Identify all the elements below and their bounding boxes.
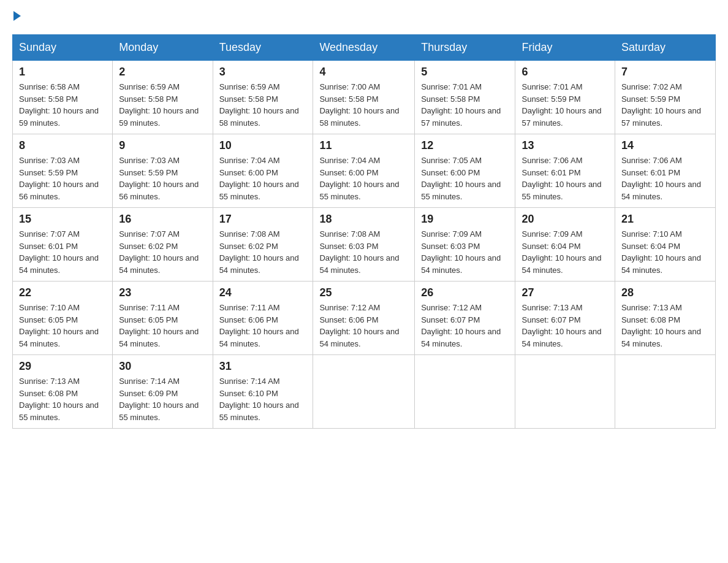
weekday-header-wednesday: Wednesday xyxy=(313,35,415,61)
day-number: 23 xyxy=(119,286,206,299)
day-info: Sunrise: 7:01 AMSunset: 5:59 PMDaylight:… xyxy=(521,81,608,129)
day-number: 11 xyxy=(319,139,408,152)
calendar-cell: 11Sunrise: 7:04 AMSunset: 6:00 PMDayligh… xyxy=(313,134,415,208)
day-number: 2 xyxy=(119,66,206,79)
weekday-header-thursday: Thursday xyxy=(415,35,515,61)
day-number: 16 xyxy=(119,213,206,226)
day-info: Sunrise: 7:01 AMSunset: 5:58 PMDaylight:… xyxy=(421,81,509,129)
calendar-cell: 26Sunrise: 7:12 AMSunset: 6:07 PMDayligh… xyxy=(415,282,515,355)
day-info: Sunrise: 6:59 AMSunset: 5:58 PMDaylight:… xyxy=(219,81,307,129)
calendar-cell: 18Sunrise: 7:08 AMSunset: 6:03 PMDayligh… xyxy=(313,208,415,282)
logo-arrow-icon xyxy=(13,11,21,21)
weekday-header-tuesday: Tuesday xyxy=(213,35,313,61)
day-number: 1 xyxy=(19,66,106,79)
weekday-header-sunday: Sunday xyxy=(13,35,113,61)
day-info: Sunrise: 7:13 AMSunset: 6:08 PMDaylight:… xyxy=(621,302,709,350)
calendar-cell: 2Sunrise: 6:59 AMSunset: 5:58 PMDaylight… xyxy=(113,61,213,134)
day-info: Sunrise: 7:06 AMSunset: 6:01 PMDaylight:… xyxy=(621,155,709,202)
day-info: Sunrise: 7:10 AMSunset: 6:04 PMDaylight:… xyxy=(621,228,709,276)
day-info: Sunrise: 7:07 AMSunset: 6:01 PMDaylight:… xyxy=(19,228,106,276)
day-number: 12 xyxy=(421,139,509,152)
day-number: 17 xyxy=(219,213,307,226)
calendar-cell: 25Sunrise: 7:12 AMSunset: 6:06 PMDayligh… xyxy=(313,282,415,355)
calendar-cell: 31Sunrise: 7:14 AMSunset: 6:10 PMDayligh… xyxy=(213,355,313,429)
calendar-cell: 20Sunrise: 7:09 AMSunset: 6:04 PMDayligh… xyxy=(515,208,615,282)
day-number: 6 xyxy=(521,66,608,79)
day-number: 21 xyxy=(621,213,709,226)
calendar-cell: 1Sunrise: 6:58 AMSunset: 5:58 PMDaylight… xyxy=(13,61,113,134)
calendar-cell: 9Sunrise: 7:03 AMSunset: 5:59 PMDaylight… xyxy=(113,134,213,208)
day-info: Sunrise: 7:10 AMSunset: 6:05 PMDaylight:… xyxy=(19,302,106,350)
page-header xyxy=(12,12,716,22)
calendar-cell: 7Sunrise: 7:02 AMSunset: 5:59 PMDaylight… xyxy=(615,61,715,134)
calendar-cell: 13Sunrise: 7:06 AMSunset: 6:01 PMDayligh… xyxy=(515,134,615,208)
day-number: 19 xyxy=(421,213,509,226)
day-info: Sunrise: 7:14 AMSunset: 6:09 PMDaylight:… xyxy=(119,375,206,423)
day-info: Sunrise: 7:03 AMSunset: 5:59 PMDaylight:… xyxy=(119,155,206,202)
day-number: 31 xyxy=(219,360,307,373)
day-number: 5 xyxy=(421,66,509,79)
day-number: 25 xyxy=(319,286,408,299)
day-number: 18 xyxy=(319,213,408,226)
calendar-cell: 16Sunrise: 7:07 AMSunset: 6:02 PMDayligh… xyxy=(113,208,213,282)
day-number: 9 xyxy=(119,139,206,152)
calendar-cell: 14Sunrise: 7:06 AMSunset: 6:01 PMDayligh… xyxy=(615,134,715,208)
week-row-2: 8Sunrise: 7:03 AMSunset: 5:59 PMDaylight… xyxy=(13,134,716,208)
calendar-cell: 28Sunrise: 7:13 AMSunset: 6:08 PMDayligh… xyxy=(615,282,715,355)
weekday-header-monday: Monday xyxy=(113,35,213,61)
day-info: Sunrise: 7:13 AMSunset: 6:08 PMDaylight:… xyxy=(19,375,106,423)
calendar-cell: 10Sunrise: 7:04 AMSunset: 6:00 PMDayligh… xyxy=(213,134,313,208)
day-number: 13 xyxy=(521,139,608,152)
day-info: Sunrise: 7:07 AMSunset: 6:02 PMDaylight:… xyxy=(119,228,206,276)
day-number: 30 xyxy=(119,360,206,373)
week-row-1: 1Sunrise: 6:58 AMSunset: 5:58 PMDaylight… xyxy=(13,61,716,134)
calendar-cell: 27Sunrise: 7:13 AMSunset: 6:07 PMDayligh… xyxy=(515,282,615,355)
day-info: Sunrise: 6:58 AMSunset: 5:58 PMDaylight:… xyxy=(19,81,106,129)
calendar-cell: 19Sunrise: 7:09 AMSunset: 6:03 PMDayligh… xyxy=(415,208,515,282)
calendar-table: SundayMondayTuesdayWednesdayThursdayFrid… xyxy=(12,34,716,429)
calendar-cell xyxy=(415,355,515,429)
day-number: 22 xyxy=(19,286,106,299)
weekday-header-row: SundayMondayTuesdayWednesdayThursdayFrid… xyxy=(13,35,716,61)
day-info: Sunrise: 7:00 AMSunset: 5:58 PMDaylight:… xyxy=(319,81,408,129)
calendar-cell: 22Sunrise: 7:10 AMSunset: 6:05 PMDayligh… xyxy=(13,282,113,355)
day-info: Sunrise: 7:12 AMSunset: 6:07 PMDaylight:… xyxy=(421,302,509,350)
weekday-header-friday: Friday xyxy=(515,35,615,61)
day-number: 20 xyxy=(521,213,608,226)
calendar-cell: 29Sunrise: 7:13 AMSunset: 6:08 PMDayligh… xyxy=(13,355,113,429)
week-row-3: 15Sunrise: 7:07 AMSunset: 6:01 PMDayligh… xyxy=(13,208,716,282)
day-info: Sunrise: 7:03 AMSunset: 5:59 PMDaylight:… xyxy=(19,155,106,202)
day-info: Sunrise: 7:13 AMSunset: 6:07 PMDaylight:… xyxy=(521,302,608,350)
day-info: Sunrise: 7:09 AMSunset: 6:03 PMDaylight:… xyxy=(421,228,509,276)
day-number: 15 xyxy=(19,213,106,226)
calendar-cell xyxy=(313,355,415,429)
day-info: Sunrise: 7:05 AMSunset: 6:00 PMDaylight:… xyxy=(421,155,509,202)
day-number: 10 xyxy=(219,139,307,152)
calendar-cell: 5Sunrise: 7:01 AMSunset: 5:58 PMDaylight… xyxy=(415,61,515,134)
calendar-cell: 15Sunrise: 7:07 AMSunset: 6:01 PMDayligh… xyxy=(13,208,113,282)
day-number: 3 xyxy=(219,66,307,79)
day-info: Sunrise: 7:08 AMSunset: 6:03 PMDaylight:… xyxy=(319,228,408,276)
weekday-header-saturday: Saturday xyxy=(615,35,715,61)
calendar-cell: 4Sunrise: 7:00 AMSunset: 5:58 PMDaylight… xyxy=(313,61,415,134)
calendar-cell: 23Sunrise: 7:11 AMSunset: 6:05 PMDayligh… xyxy=(113,282,213,355)
day-number: 28 xyxy=(621,286,709,299)
day-info: Sunrise: 7:04 AMSunset: 6:00 PMDaylight:… xyxy=(319,155,408,202)
calendar-cell: 12Sunrise: 7:05 AMSunset: 6:00 PMDayligh… xyxy=(415,134,515,208)
calendar-cell: 24Sunrise: 7:11 AMSunset: 6:06 PMDayligh… xyxy=(213,282,313,355)
day-info: Sunrise: 6:59 AMSunset: 5:58 PMDaylight:… xyxy=(119,81,206,129)
week-row-5: 29Sunrise: 7:13 AMSunset: 6:08 PMDayligh… xyxy=(13,355,716,429)
day-number: 24 xyxy=(219,286,307,299)
calendar-cell: 3Sunrise: 6:59 AMSunset: 5:58 PMDaylight… xyxy=(213,61,313,134)
day-number: 27 xyxy=(521,286,608,299)
day-info: Sunrise: 7:12 AMSunset: 6:06 PMDaylight:… xyxy=(319,302,408,350)
calendar-cell xyxy=(515,355,615,429)
day-number: 7 xyxy=(621,66,709,79)
day-info: Sunrise: 7:02 AMSunset: 5:59 PMDaylight:… xyxy=(621,81,709,129)
calendar-cell: 17Sunrise: 7:08 AMSunset: 6:02 PMDayligh… xyxy=(213,208,313,282)
day-number: 26 xyxy=(421,286,509,299)
calendar-cell: 6Sunrise: 7:01 AMSunset: 5:59 PMDaylight… xyxy=(515,61,615,134)
calendar-cell: 21Sunrise: 7:10 AMSunset: 6:04 PMDayligh… xyxy=(615,208,715,282)
day-info: Sunrise: 7:04 AMSunset: 6:00 PMDaylight:… xyxy=(219,155,307,202)
day-info: Sunrise: 7:11 AMSunset: 6:06 PMDaylight:… xyxy=(219,302,307,350)
